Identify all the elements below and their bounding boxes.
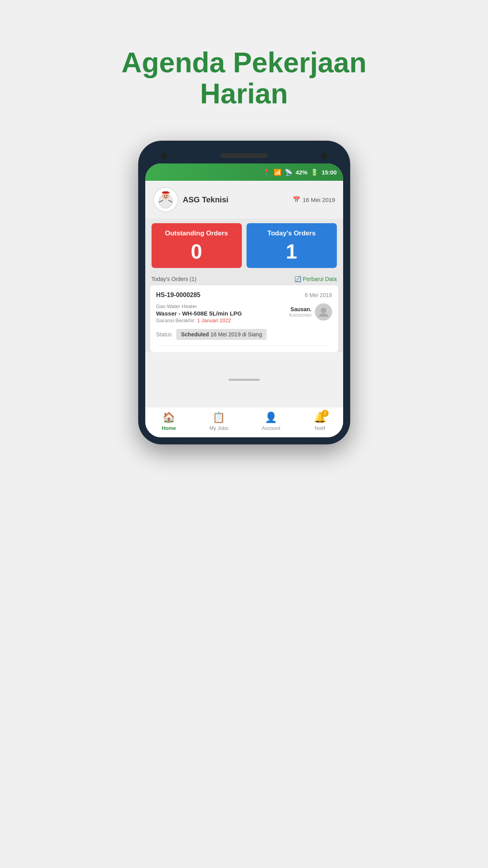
my-jobs-icon: 📋 xyxy=(212,411,225,424)
battery-icon: 🔋 xyxy=(311,169,318,176)
svg-point-4 xyxy=(164,195,165,196)
order-info-row: Gas Water Heater Wasser - WH-508E 5L/min… xyxy=(156,303,332,323)
outstanding-orders-value: 0 xyxy=(158,241,236,262)
bottom-nav: 🏠 Home 📋 My Jobs 👤 Account 🔔 7 Notif xyxy=(145,407,343,437)
phone-screen: 📍 📶 📡 42% 🔋 15:00 xyxy=(145,163,343,437)
orders-header: Today's Orders (1) 🔄 Perbarui Data xyxy=(145,273,343,285)
nav-account[interactable]: 👤 Account xyxy=(262,411,280,431)
order-id: HS-19-0000285 xyxy=(156,292,201,299)
refresh-button[interactable]: 🔄 Perbarui Data xyxy=(294,276,336,282)
status-badge-detail: 16 Mei 2019 di Siang xyxy=(210,331,262,338)
app-logo xyxy=(153,187,178,212)
svg-point-8 xyxy=(321,308,326,313)
consumer-label: Konsumen xyxy=(289,312,311,318)
outstanding-orders-card[interactable]: Outstanding Orders 0 xyxy=(152,223,242,268)
app-name: ASG Teknisi xyxy=(183,195,228,204)
nav-my-jobs[interactable]: 📋 My Jobs xyxy=(209,411,228,431)
consumer-area: Sausan. Konsumen xyxy=(289,303,332,321)
account-label: Account xyxy=(262,425,280,431)
product-name: Wasser - WH-508E 5L/min LPG xyxy=(156,310,289,317)
notif-label: Notif xyxy=(315,425,325,431)
cards-container: Outstanding Orders 0 Today's Orders 1 xyxy=(145,218,343,273)
phone-shell: 📍 📶 📡 42% 🔋 15:00 xyxy=(138,141,350,444)
clock: 15:00 xyxy=(322,169,336,176)
status-bar: 📍 📶 📡 42% 🔋 15:00 xyxy=(145,163,343,181)
today-orders-title: Today's Orders xyxy=(253,229,331,237)
consumer-avatar xyxy=(315,303,332,321)
warranty-date: 1 Januari 2022 xyxy=(197,317,231,323)
today-orders-card[interactable]: Today's Orders 1 xyxy=(247,223,337,268)
consumer-info: Sausan. Konsumen xyxy=(289,306,311,318)
svg-point-5 xyxy=(166,195,167,196)
scroll-indicator xyxy=(228,379,260,381)
phone-speaker xyxy=(221,153,268,158)
wifi-icon: 📶 xyxy=(274,169,281,176)
outstanding-orders-title: Outstanding Orders xyxy=(158,229,236,237)
product-category: Gas Water Heater xyxy=(156,303,289,309)
order-divider xyxy=(156,345,332,346)
signal-icon: 📡 xyxy=(285,169,292,176)
warranty-info: Garansi Berakhir: 1 Januari 2022 xyxy=(156,317,289,323)
account-icon: 👤 xyxy=(265,411,277,424)
nav-notif[interactable]: 🔔 7 Notif xyxy=(314,411,326,431)
refresh-icon: 🔄 xyxy=(294,276,301,282)
empty-scroll-area xyxy=(145,352,343,407)
order-product-area: Gas Water Heater Wasser - WH-508E 5L/min… xyxy=(156,303,289,323)
status-row: Status Scheduled 16 Mei 2019 di Siang xyxy=(156,329,332,340)
order-card[interactable]: HS-19-0000285 6 Mei 2019 Gas Water Heate… xyxy=(150,285,338,352)
header-date: 16 Mei 2019 xyxy=(303,196,335,203)
refresh-label: Perbarui Data xyxy=(303,276,336,282)
status-badge-bold: Scheduled xyxy=(181,331,209,338)
warranty-prefix: Garansi Berakhir: xyxy=(156,317,196,323)
phone-camera-left xyxy=(161,152,167,159)
location-icon: 📍 xyxy=(263,169,271,176)
today-orders-value: 1 xyxy=(253,241,331,262)
notif-badge: 7 xyxy=(322,410,329,417)
home-label: Home xyxy=(162,425,176,431)
phone-camera-right xyxy=(321,152,327,159)
page-title: Agenda Pekerjaan Harian xyxy=(121,47,366,109)
notif-wrapper: 🔔 7 xyxy=(314,411,326,424)
orders-count-label: Today's Orders (1) xyxy=(152,276,197,282)
date-area: 📅 16 Mei 2019 xyxy=(293,196,335,203)
order-card-header: HS-19-0000285 6 Mei 2019 xyxy=(156,292,332,299)
battery-percent: 42% xyxy=(296,169,307,176)
my-jobs-label: My Jobs xyxy=(209,425,228,431)
svg-rect-3 xyxy=(163,191,168,193)
app-logo-area: ASG Teknisi xyxy=(153,187,228,212)
app-header: ASG Teknisi 📅 16 Mei 2019 xyxy=(145,181,343,218)
calendar-icon: 📅 xyxy=(293,196,300,203)
consumer-name: Sausan. xyxy=(289,306,311,312)
mascot-icon xyxy=(155,189,176,210)
status-badge: Scheduled 16 Mei 2019 di Siang xyxy=(176,329,267,340)
status-label: Status xyxy=(156,331,172,338)
phone-top-bar xyxy=(145,148,343,163)
order-date: 6 Mei 2019 xyxy=(305,292,332,298)
home-icon: 🏠 xyxy=(163,411,175,424)
nav-home[interactable]: 🏠 Home xyxy=(162,411,176,431)
avatar-icon xyxy=(317,306,330,318)
